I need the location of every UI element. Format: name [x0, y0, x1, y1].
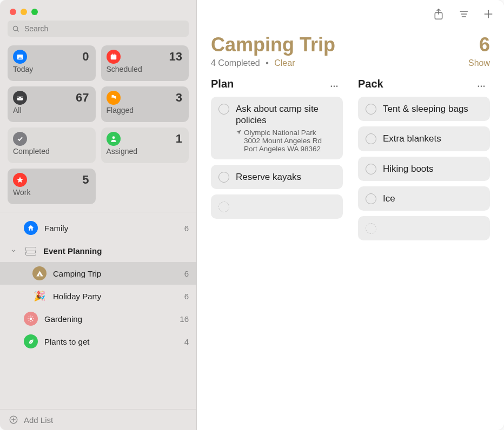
- smart-lists-grid: 11 0 Today 13 Scheduled: [0, 43, 196, 212]
- star-icon: [13, 173, 27, 187]
- svg-point-11: [30, 318, 32, 320]
- smart-list-count: 0: [82, 50, 89, 64]
- list-header: Camping Trip 6: [197, 28, 504, 56]
- smart-list-completed[interactable]: Completed: [8, 127, 96, 163]
- search-icon: [12, 25, 20, 33]
- window-controls: [10, 9, 38, 15]
- reminder-item[interactable]: Reserve kayaks: [211, 165, 343, 189]
- clear-completed-link[interactable]: Clear: [274, 58, 295, 68]
- smart-list-flagged[interactable]: 3 Flagged: [101, 86, 189, 122]
- smart-list-label: All: [13, 106, 89, 115]
- search-field[interactable]: [8, 21, 189, 37]
- list-count: 4: [174, 337, 189, 346]
- list-row-holiday-party[interactable]: 🎉 Holiday Party 6: [0, 285, 196, 307]
- section-more-button[interactable]: …: [330, 79, 343, 89]
- reminder-checkbox[interactable]: [366, 164, 376, 174]
- smart-list-label: Today: [13, 65, 89, 73]
- checkmark-icon: [13, 132, 27, 146]
- sections-columns: Plan … Ask about camp site policies Olym…: [197, 73, 504, 257]
- reminder-item[interactable]: Hiking boots: [358, 157, 490, 181]
- svg-marker-10: [17, 177, 23, 183]
- section-header: Plan …: [211, 78, 343, 90]
- list-subheader: 4 Completed • Clear Show: [197, 56, 504, 73]
- svg-text:11: 11: [18, 56, 22, 59]
- smart-list-all[interactable]: 67 All: [8, 86, 96, 122]
- svg-point-9: [112, 136, 115, 139]
- chevron-down-icon[interactable]: [10, 248, 17, 253]
- share-button[interactable]: [432, 7, 446, 21]
- list-row-camping-trip[interactable]: Camping Trip 6: [0, 262, 196, 285]
- flag-icon: [107, 91, 121, 105]
- list-count: 6: [174, 269, 189, 278]
- reminder-checkbox[interactable]: [366, 193, 376, 204]
- svg-line-18: [29, 320, 29, 321]
- person-icon: [107, 132, 121, 146]
- toolbar: [197, 0, 504, 28]
- smart-list-scheduled[interactable]: 13 Scheduled: [101, 45, 189, 81]
- reminder-checkbox[interactable]: [218, 104, 229, 115]
- maximize-window-button[interactable]: [31, 9, 38, 15]
- sidebar: 11 0 Today 13 Scheduled: [0, 0, 197, 430]
- new-reminder-placeholder[interactable]: [358, 216, 490, 240]
- close-window-button[interactable]: [10, 9, 16, 15]
- smart-list-count: 1: [176, 132, 182, 146]
- show-completed-link[interactable]: Show: [468, 58, 490, 68]
- list-name: Plants to get: [44, 337, 167, 346]
- app-window: 11 0 Today 13 Scheduled: [0, 0, 504, 430]
- search-input[interactable]: [23, 24, 184, 33]
- list-name: Holiday Party: [53, 292, 167, 301]
- window-titlebar: [0, 0, 196, 19]
- reminder-item[interactable]: Tent & sleeping bags: [358, 97, 490, 121]
- section-pack: Pack … Tent & sleeping bags Extra blanke…: [358, 78, 490, 246]
- svg-rect-6: [112, 53, 112, 55]
- calendar-icon: [107, 50, 121, 64]
- section-more-button[interactable]: …: [477, 79, 490, 89]
- reminder-title: Hiking boots: [383, 163, 482, 174]
- reminder-checkbox-placeholder: [366, 223, 376, 234]
- reminder-item[interactable]: Extra blankets: [358, 126, 490, 151]
- page-title: Camping Trip: [211, 33, 335, 56]
- add-list-button[interactable]: Add List: [0, 409, 196, 430]
- svg-rect-7: [114, 53, 115, 55]
- view-options-button[interactable]: [456, 7, 470, 21]
- leaf-icon: [24, 334, 38, 348]
- reminder-checkbox[interactable]: [366, 133, 376, 144]
- list-row-family[interactable]: Family 6: [0, 217, 196, 239]
- smart-list-today[interactable]: 11 0 Today: [8, 45, 96, 81]
- reminder-checkbox[interactable]: [218, 172, 229, 183]
- section-title: Pack: [358, 78, 383, 90]
- my-lists: Family 6 Event Planning Camping Trip 6: [0, 212, 196, 409]
- reminder-location: Olympic National Park 3002 Mount Angeles…: [236, 129, 335, 153]
- house-icon: [24, 221, 38, 235]
- tray-icon: [13, 91, 27, 105]
- reminder-title: Reserve kayaks: [236, 171, 335, 183]
- list-row-plants-to-get[interactable]: Plants to get 4: [0, 330, 196, 353]
- list-name: Camping Trip: [53, 269, 167, 278]
- list-group-event-planning[interactable]: Event Planning: [0, 239, 196, 262]
- smart-list-assigned[interactable]: 1 Assigned: [101, 127, 189, 163]
- reminder-checkbox[interactable]: [366, 104, 376, 115]
- reminder-item[interactable]: Ice: [358, 186, 490, 211]
- list-count: 16: [174, 314, 189, 324]
- new-reminder-button[interactable]: [481, 7, 495, 21]
- smart-list-work[interactable]: 5 Work: [8, 169, 96, 204]
- location-addr-line2: Port Angeles WA 98362: [244, 145, 322, 153]
- list-name: Family: [44, 224, 167, 233]
- svg-point-0: [14, 26, 18, 30]
- add-list-label: Add List: [24, 415, 53, 425]
- separator-dot: •: [266, 58, 269, 68]
- smart-list-count: 13: [169, 50, 182, 64]
- smart-list-label: Flagged: [107, 106, 183, 115]
- search-container: [0, 19, 196, 43]
- svg-line-1: [17, 30, 19, 31]
- plus-circle-icon: [9, 415, 18, 425]
- location-addr-line1: 3002 Mount Angeles Rd: [244, 137, 322, 145]
- reminder-item[interactable]: Ask about camp site policies Olympic Nat…: [211, 97, 343, 159]
- completed-summary: 4 Completed: [211, 58, 260, 68]
- list-group-name: Event Planning: [43, 246, 167, 256]
- reminder-title: Tent & sleeping bags: [383, 103, 482, 115]
- new-reminder-placeholder[interactable]: [211, 194, 343, 219]
- minimize-window-button[interactable]: [21, 9, 27, 15]
- reminder-title: Ice: [383, 193, 482, 204]
- list-row-gardening[interactable]: Gardening 16: [0, 307, 196, 330]
